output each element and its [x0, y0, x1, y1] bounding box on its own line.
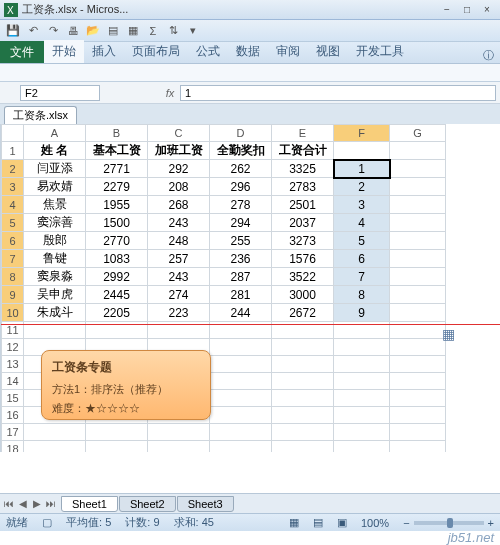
save-icon[interactable]: 💾: [4, 22, 22, 40]
sort-icon[interactable]: ⇅: [164, 22, 182, 40]
cell[interactable]: 1576: [272, 250, 334, 268]
cell[interactable]: [390, 232, 446, 250]
tab-view[interactable]: 视图: [308, 40, 348, 63]
col-header-e[interactable]: E: [272, 125, 334, 142]
tab-review[interactable]: 审阅: [268, 40, 308, 63]
row-header[interactable]: 12: [2, 339, 24, 356]
cell[interactable]: [272, 390, 334, 407]
autofill-options-icon[interactable]: ▦: [442, 326, 456, 340]
cell[interactable]: [390, 373, 446, 390]
cell[interactable]: 朱成斗: [24, 304, 86, 322]
cell[interactable]: 姓 名: [24, 142, 86, 160]
cell[interactable]: 加班工资: [148, 142, 210, 160]
cell[interactable]: [210, 390, 272, 407]
first-sheet-icon[interactable]: ⏮: [2, 498, 16, 509]
row-header[interactable]: 17: [2, 424, 24, 441]
cell[interactable]: [390, 178, 446, 196]
minimize-button[interactable]: −: [438, 3, 456, 17]
cell[interactable]: [210, 373, 272, 390]
cell[interactable]: 易欢婧: [24, 178, 86, 196]
row-header[interactable]: 5: [2, 214, 24, 232]
cell[interactable]: [272, 441, 334, 453]
cell[interactable]: 2445: [86, 286, 148, 304]
zoom-in-icon[interactable]: +: [488, 517, 494, 529]
cell[interactable]: [86, 424, 148, 441]
cell[interactable]: 2992: [86, 268, 148, 286]
cell[interactable]: [390, 390, 446, 407]
cell[interactable]: [334, 424, 390, 441]
cell[interactable]: 2501: [272, 196, 334, 214]
cell[interactable]: 2: [334, 178, 390, 196]
cell[interactable]: 2037: [272, 214, 334, 232]
col-header-g[interactable]: G: [390, 125, 446, 142]
cell[interactable]: [24, 441, 86, 453]
cell[interactable]: [272, 373, 334, 390]
row-header[interactable]: 8: [2, 268, 24, 286]
cell[interactable]: [86, 441, 148, 453]
cell[interactable]: 1083: [86, 250, 148, 268]
col-header-c[interactable]: C: [148, 125, 210, 142]
cell[interactable]: 闫亚添: [24, 160, 86, 178]
col-header-a[interactable]: A: [24, 125, 86, 142]
file-tab[interactable]: 文件: [0, 41, 44, 63]
cell[interactable]: 244: [210, 304, 272, 322]
worksheet-grid[interactable]: A B C D E F G 1 姓 名 基本工资 加班工资 全勤奖扣 工资合计 …: [0, 124, 500, 452]
cell[interactable]: [148, 441, 210, 453]
cell[interactable]: [390, 356, 446, 373]
cell[interactable]: 1955: [86, 196, 148, 214]
tab-data[interactable]: 数据: [228, 40, 268, 63]
sheet-tab-3[interactable]: Sheet3: [177, 496, 234, 512]
cell[interactable]: 3: [334, 196, 390, 214]
next-sheet-icon[interactable]: ▶: [30, 498, 44, 509]
tab-formulas[interactable]: 公式: [188, 40, 228, 63]
cell[interactable]: 292: [148, 160, 210, 178]
cell[interactable]: 3522: [272, 268, 334, 286]
cell[interactable]: [24, 424, 86, 441]
cell[interactable]: 243: [148, 268, 210, 286]
help-icon[interactable]: ⓘ: [477, 48, 500, 63]
cell[interactable]: [210, 407, 272, 424]
cell[interactable]: [148, 424, 210, 441]
cell[interactable]: [390, 441, 446, 453]
cell[interactable]: 236: [210, 250, 272, 268]
cell[interactable]: 274: [148, 286, 210, 304]
cell[interactable]: [390, 142, 446, 160]
row-header[interactable]: 10: [2, 304, 24, 322]
fx-icon[interactable]: fx: [160, 87, 180, 99]
cell[interactable]: 3325: [272, 160, 334, 178]
cell[interactable]: 268: [148, 196, 210, 214]
cell[interactable]: 3273: [272, 232, 334, 250]
cell[interactable]: 1: [334, 160, 390, 178]
select-all-cell[interactable]: [2, 125, 24, 142]
cell[interactable]: 208: [148, 178, 210, 196]
cell[interactable]: [390, 196, 446, 214]
cell[interactable]: [334, 356, 390, 373]
cell[interactable]: 窦泉淼: [24, 268, 86, 286]
last-sheet-icon[interactable]: ⏭: [44, 498, 58, 509]
cell[interactable]: 255: [210, 232, 272, 250]
cell[interactable]: 6: [334, 250, 390, 268]
row-header[interactable]: 6: [2, 232, 24, 250]
cell[interactable]: 2205: [86, 304, 148, 322]
col-header-b[interactable]: B: [86, 125, 148, 142]
new-icon[interactable]: ▤: [104, 22, 122, 40]
workbook-tab[interactable]: 工资条.xlsx: [4, 106, 77, 124]
border-icon[interactable]: ▦: [124, 22, 142, 40]
cell[interactable]: [390, 407, 446, 424]
cell[interactable]: 2771: [86, 160, 148, 178]
cell[interactable]: [390, 424, 446, 441]
cell[interactable]: 鲁键: [24, 250, 86, 268]
col-header-f[interactable]: F: [334, 125, 390, 142]
sigma-icon[interactable]: Σ: [144, 22, 162, 40]
cell[interactable]: 基本工资: [86, 142, 148, 160]
row-header[interactable]: 2: [2, 160, 24, 178]
row-header[interactable]: 16: [2, 407, 24, 424]
cell[interactable]: [334, 142, 390, 160]
maximize-button[interactable]: □: [458, 3, 476, 17]
close-button[interactable]: ×: [478, 3, 496, 17]
zoom-thumb[interactable]: [447, 518, 453, 528]
cell[interactable]: 257: [148, 250, 210, 268]
cell[interactable]: [390, 160, 446, 178]
cell[interactable]: [210, 441, 272, 453]
redo-icon[interactable]: ↷: [44, 22, 62, 40]
